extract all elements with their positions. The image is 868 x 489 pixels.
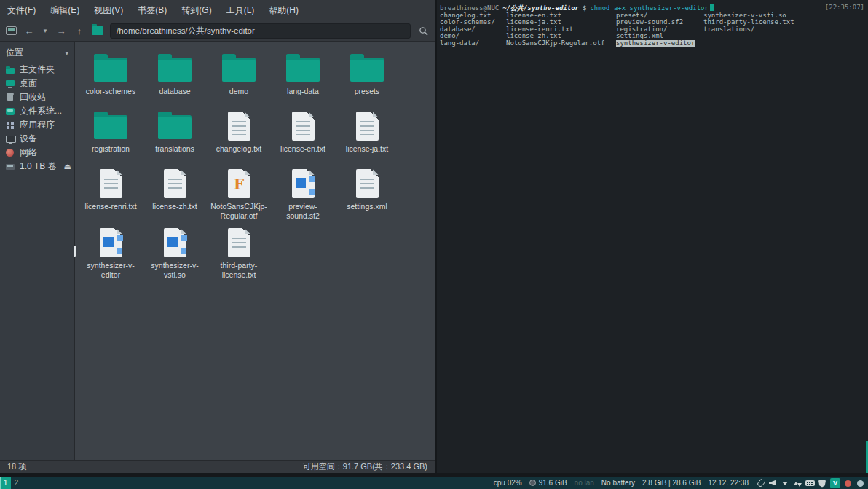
font-file-icon [228,169,250,198]
file-item[interactable]: preview-sound.sf2 [271,165,335,224]
back-icon[interactable]: ← [23,26,35,36]
workspace-1[interactable]: 1 [0,477,11,489]
workspace-2[interactable]: 2 [11,477,22,489]
file-item[interactable]: translations [143,107,207,165]
text-file-icon [164,169,186,198]
file-item[interactable]: presets [335,50,399,107]
file-item[interactable]: changelog.txt [207,107,271,165]
folder-icon [286,58,320,82]
v2ray-icon[interactable]: V [830,478,840,488]
menu-bookmarks[interactable]: 书签(B) [130,0,174,20]
menu-tools[interactable]: 工具(L) [219,0,262,20]
chevron-down-icon: ▾ [65,50,68,57]
file-label: demo [229,87,248,96]
file-label: translations [155,144,194,154]
file-item[interactable]: third-party-license.txt [207,224,271,283]
path-bar[interactable]: /home/breathiness/公共/synthv-editor [110,23,411,39]
history-caret-icon[interactable]: ▾ [42,28,49,34]
sidebar-item-label: 回收站 [20,91,71,103]
file-label: synthesizer-v-vsti.so [144,261,205,280]
up-icon[interactable]: ↑ [74,26,85,36]
file-item[interactable]: NotoSansCJKjp-Regular.otf [207,165,271,224]
sidebar-item-home[interactable]: 主文件夹 [0,63,74,77]
file-item[interactable]: license-renri.txt [79,165,143,224]
sidebar-item-device[interactable]: 设备 [0,132,74,146]
sidebar: 位置 ▾ 主文件夹桌面回收站文件系统...应用程序设备网络1.0 TB 卷⏏ [0,42,75,460]
workspace-switcher: 1 2 [0,477,22,489]
shield-icon[interactable] [818,478,827,488]
current-folder-icon [92,26,103,35]
device-icon [5,134,15,144]
file-label: settings.xml [347,202,387,211]
menu-go[interactable]: 转到(G) [174,0,218,20]
file-label: license-ja.txt [346,144,388,154]
prompt-symbol: $ [583,4,586,12]
network-icon [5,148,15,158]
file-manager-window: 文件(F) 编辑(E) 视图(V) 书签(B) 转到(G) 工具(L) 帮助(H… [0,0,435,473]
sidebar-item-desktop[interactable]: 桌面 [0,77,74,90]
network-traffic-icon[interactable] [793,478,802,488]
file-item[interactable]: color-schemes [79,50,143,107]
tray-dot-icon[interactable] [856,478,865,488]
file-item[interactable]: synthesizer-v-editor [79,224,143,283]
sidebar-item-network[interactable]: 网络 [0,146,74,160]
folder-icon [158,58,192,82]
file-item[interactable]: lang-data [271,50,335,107]
file-item[interactable]: synthesizer-v-vsti.so [143,224,207,283]
sidebar-item-label: 应用程序 [20,119,71,131]
prompt-user-host: breathiness@NUC [440,4,499,12]
file-view[interactable]: color-schemesdatabasedemolang-datapreset… [75,42,435,460]
binary-file-icon [292,169,315,198]
file-item[interactable]: license-en.txt [271,107,335,165]
terminal-listing-item: lang-data/ [440,40,495,47]
keyboard-icon[interactable] [805,478,815,488]
free-space: 可用空间：91.7 GB(共：233.4 GB) [303,461,427,472]
toolbar: ← ▾ → ↑ /home/breathiness/公共/synthv-edit… [0,20,435,42]
paperclip-icon[interactable] [756,478,765,488]
sidebar-item-trash[interactable]: 回收站 [0,90,74,104]
sidebar-item-applications[interactable]: 应用程序 [0,118,74,132]
file-label: license-zh.txt [152,202,197,211]
caret-down-icon[interactable] [781,478,790,488]
search-icon[interactable] [417,26,429,36]
text-file-icon [292,112,315,141]
file-label: database [159,87,190,96]
sidebar-item-volume[interactable]: 1.0 TB 卷⏏ [0,160,74,173]
places-dropdown-label: 位置 [6,47,23,59]
menu-file[interactable]: 文件(F) [0,0,43,20]
battery-status: No battery [601,479,635,487]
notification-dot-icon[interactable] [843,478,853,488]
menu-help[interactable]: 帮助(H) [261,0,306,20]
file-item[interactable]: registration [79,107,143,165]
places-dropdown[interactable]: 位置 ▾ [0,42,74,63]
eject-icon[interactable]: ⏏ [64,162,71,171]
home-icon[interactable] [6,26,17,35]
filesystem-icon [5,106,15,117]
pane-splitter-handle[interactable] [74,246,76,257]
file-item[interactable]: settings.xml [335,165,399,224]
terminal-window[interactable]: breathiness@NUC~/公共/synthv-editor$chmod … [437,0,868,473]
menu-view[interactable]: 视图(V) [87,0,130,20]
terminal-listing: changelog.txtcolor-schemes/database/demo… [440,12,865,50]
file-item[interactable]: database [143,50,207,107]
text-file-icon [356,169,379,198]
file-label: lang-data [287,87,319,96]
desktop-icon [5,79,15,89]
menu-edit[interactable]: 编辑(E) [43,0,87,20]
sidebar-item-label: 网络 [20,146,71,159]
file-item[interactable]: license-zh.txt [143,165,207,224]
file-item[interactable]: demo [207,50,271,107]
file-label: presets [355,87,379,96]
fm-status-bar: 18 项 可用空间：91.7 GB(共：233.4 GB) [0,460,435,473]
folder-icon [94,58,127,82]
terminal-listing-item: NotoSansCJKjp-Regular.otf [506,40,604,47]
file-item[interactable]: license-ja.txt [335,107,399,165]
file-label: changelog.txt [216,144,261,154]
file-label: NotoSansCJKjp-Regular.otf [208,202,269,221]
sidebar-item-label: 文件系统... [20,105,71,117]
forward-icon[interactable]: → [55,26,67,36]
disk-usage: 91.6 GiB [539,479,567,487]
sidebar-item-filesystem[interactable]: 文件系统... [0,104,74,118]
volume-icon[interactable] [768,478,778,488]
item-count: 18 项 [7,461,26,472]
